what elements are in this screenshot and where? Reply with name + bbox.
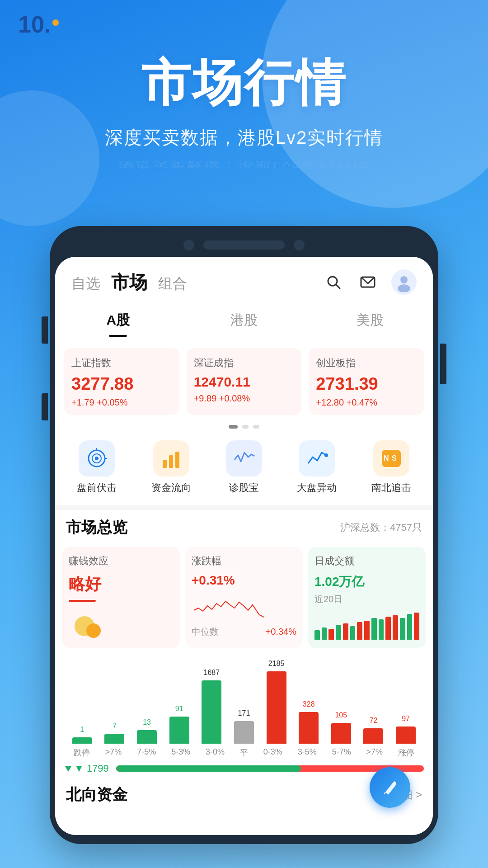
svg-point-3 xyxy=(400,276,408,283)
bar-col-gt7-up: 72 xyxy=(363,717,383,744)
nav-tab-watchlist[interactable]: 自选 xyxy=(71,274,100,294)
bar-3to5-up xyxy=(299,712,319,744)
index-card-shenzhen[interactable]: 深证成指 12470.11 +9.89 +0.08% xyxy=(187,348,302,415)
bar-col-3to5-up: 328 xyxy=(299,700,319,744)
effect-line xyxy=(69,600,96,602)
avatar[interactable] xyxy=(391,269,417,295)
quick-menu: 盘前伏击 资金流向 xyxy=(55,431,433,505)
market-overview-title: 市场总览 xyxy=(66,517,127,538)
quick-item-diagnose[interactable]: 诊股宝 xyxy=(226,440,262,495)
app-version: 10. xyxy=(18,13,59,36)
index-card-chinext[interactable]: 创业板指 2731.39 +12.80 +0.47% xyxy=(309,348,424,415)
top-banner: 10. 市场行情 深度买卖数据，港股Lv2实时行情 深度买卖数据，港股Lv2实时… xyxy=(0,0,488,253)
bar-col-5to3-down: 91 xyxy=(169,705,189,744)
dot-3 xyxy=(253,425,259,429)
svg-rect-12 xyxy=(175,452,179,468)
bar-col-limit-up: 97 xyxy=(396,715,416,744)
phone-camera xyxy=(183,240,194,250)
bar-7to5-down xyxy=(137,730,157,744)
side-button-power-left xyxy=(42,393,48,420)
quick-item-premarket[interactable]: 盘前伏击 xyxy=(77,440,117,495)
svg-point-7 xyxy=(95,457,99,460)
banner-subtitle-mirror: 深度买卖数据，港股Lv2实时行情 xyxy=(118,159,370,170)
svg-point-18 xyxy=(86,623,101,638)
bar-col-5to7-up: 105 xyxy=(331,711,351,744)
bar-col-flat: 171 xyxy=(234,709,254,744)
svg-point-4 xyxy=(398,284,410,292)
bar-gt7-up xyxy=(363,728,383,744)
index-cards: 上证指数 3277.88 +1.79 +0.05% 深证成指 12470.11 … xyxy=(55,337,433,422)
header-icons xyxy=(323,269,417,295)
fab-button[interactable] xyxy=(370,767,410,808)
phone-screen: 自选 市场 组合 xyxy=(55,257,433,835)
side-button-power-right xyxy=(440,344,446,384)
svg-point-13 xyxy=(324,453,328,457)
phone-speaker xyxy=(203,241,285,250)
svg-line-1 xyxy=(336,285,340,289)
bar-col-0to3-up: 2185 xyxy=(267,660,286,744)
bar-limit-down xyxy=(72,737,92,744)
bar-chart-section: 1 7 13 91 xyxy=(55,655,433,758)
svg-text:S: S xyxy=(392,454,397,462)
banner-subtitle: 深度买卖数据，港股Lv2实时行情 xyxy=(105,125,384,150)
dot-1 xyxy=(229,425,238,429)
overview-cards: 赚钱效应 略好 涨跌幅 +0.31% xyxy=(55,542,433,655)
progress-bar-green xyxy=(116,765,301,772)
banner-title: 市场行情 xyxy=(141,50,347,117)
search-button[interactable] xyxy=(323,271,344,293)
nav-tab-portfolio[interactable]: 组合 xyxy=(158,274,187,294)
quick-item-market-move[interactable]: 大盘异动 xyxy=(297,440,337,495)
bar-col-3to0-down: 1687 xyxy=(202,669,221,744)
dot-2 xyxy=(242,425,249,429)
deco-circle-small xyxy=(0,90,99,226)
phone-camera-2 xyxy=(294,240,305,250)
ov-card-volume[interactable]: 日成交额 1.02万亿 近20日 xyxy=(308,547,426,648)
pagination-dots xyxy=(55,422,433,431)
sun-icon xyxy=(69,607,105,639)
svg-marker-19 xyxy=(65,766,71,772)
tab-us-shares[interactable]: 美股 xyxy=(307,302,433,337)
app-header: 自选 市场 组合 xyxy=(55,257,433,302)
side-button-vol-down xyxy=(42,316,48,344)
ov-card-effect[interactable]: 赚钱效应 略好 xyxy=(62,547,180,648)
svg-text:N: N xyxy=(384,454,389,462)
fab-spacer xyxy=(55,812,433,835)
bar-gt7-down xyxy=(104,734,124,744)
bar-col-limit-down: 1 xyxy=(72,726,92,744)
svg-rect-10 xyxy=(163,460,167,468)
bar-0to3-up xyxy=(267,671,286,744)
north-capital-title: 北向资金 xyxy=(66,784,127,805)
tab-a-shares[interactable]: A股 xyxy=(55,302,181,337)
market-overview-header: 市场总览 沪深总数：4757只 xyxy=(55,510,433,542)
ov-card-rise-fall[interactable]: 涨跌幅 +0.31% 中位数 +0.34% xyxy=(185,547,303,648)
bar-5to3-down xyxy=(169,717,189,744)
nav-tabs: 自选 市场 组合 xyxy=(71,270,187,295)
message-button[interactable] xyxy=(357,271,379,293)
nav-tab-market[interactable]: 市场 xyxy=(111,270,147,295)
phone-notch xyxy=(55,235,433,257)
bar-limit-up xyxy=(396,726,416,744)
down-count: ▼ 1799 xyxy=(64,763,109,774)
tab-hk-shares[interactable]: 港股 xyxy=(181,302,307,337)
bar-col-7to5-down: 13 xyxy=(137,718,157,744)
bar-5to7-up xyxy=(331,723,351,744)
phone-frame: 自选 市场 组合 xyxy=(50,226,438,844)
divider-1 xyxy=(55,505,433,510)
bar-flat xyxy=(234,721,254,744)
svg-rect-11 xyxy=(169,455,173,468)
quick-item-capital-flow[interactable]: 资金流向 xyxy=(151,440,191,495)
market-tabs: A股 港股 美股 xyxy=(55,302,433,337)
phone-container: 自选 市场 组合 xyxy=(41,226,447,844)
bar-chart-area: 1 7 13 91 xyxy=(62,662,426,744)
rise-fall-chart xyxy=(192,592,264,624)
market-overview-subtitle: 沪深总数：4757只 xyxy=(340,521,422,534)
bar-col-gt7-down: 7 xyxy=(104,722,124,744)
quick-item-ns-chase[interactable]: N S 南北追击 xyxy=(371,440,411,495)
down-arrow-icon xyxy=(64,764,72,773)
index-card-shanghai[interactable]: 上证指数 3277.88 +1.79 +0.05% xyxy=(64,348,179,415)
bar-3to0-down xyxy=(202,680,221,744)
pen-icon xyxy=(380,778,400,797)
volume-bars xyxy=(314,608,419,640)
version-dot xyxy=(52,19,59,26)
